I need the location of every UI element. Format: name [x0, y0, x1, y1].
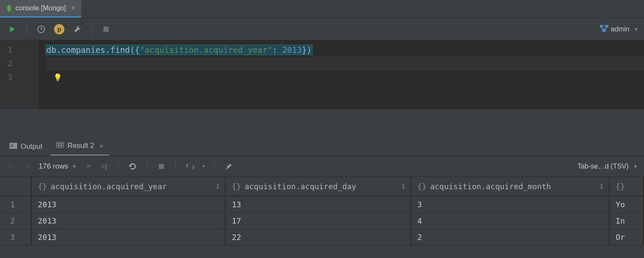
result-grid: {} acquisition.acquired_year ▲▼ {} acqui… [0, 177, 644, 246]
chevron-down-icon: ▼ [634, 26, 639, 32]
panel-gap [0, 109, 644, 137]
tab-result[interactable]: Result 2 × [50, 137, 109, 156]
result-toolbar: |< < 176 rows ▼ > >| ▼ Tab-se…d (TSV) ▼ [0, 156, 644, 177]
chevron-down-icon: ▼ [72, 163, 77, 169]
toolbar-separator [91, 23, 92, 35]
braces-icon: {} [616, 182, 625, 191]
tab-output[interactable]: Output [3, 137, 49, 156]
settings-button[interactable] [70, 22, 85, 37]
code-line-2[interactable]: 💡 [46, 57, 644, 71]
column-label: acquisition.acquired_year [51, 182, 167, 191]
table-row[interactable]: 1 2013 13 3 Yo [0, 197, 644, 213]
pin-button[interactable] [223, 160, 234, 173]
svg-rect-6 [56, 142, 64, 148]
column-label: acquisition.acquired_day [245, 182, 356, 191]
stop-button[interactable] [156, 160, 167, 173]
tab-result-label: Result 2 [67, 141, 94, 150]
row-number: 2 [0, 213, 32, 229]
cell[interactable]: 17 [226, 213, 411, 229]
first-page-button[interactable]: |< [6, 160, 17, 173]
tab-output-label: Output [21, 142, 43, 151]
toolbar-separator [147, 161, 147, 172]
file-tab-label: console [Mongo] [15, 4, 66, 12]
column-header[interactable]: {} [610, 177, 644, 196]
sort-icon[interactable]: ▲▼ [601, 183, 603, 190]
toolbar-separator [214, 161, 215, 172]
table-grid-icon [56, 141, 64, 150]
output-icon [9, 142, 17, 151]
toolbar-separator [27, 23, 27, 35]
editor-toolbar: p admin ▼ [0, 18, 644, 40]
toolbar-separator [176, 161, 176, 172]
column-header[interactable]: {} acquisition.acquired_year ▲▼ [32, 177, 226, 196]
cell[interactable]: 22 [226, 229, 411, 245]
svg-line-12 [226, 168, 228, 169]
compare-button[interactable] [185, 160, 196, 173]
grid-header-row: {} acquisition.acquired_year ▲▼ {} acqui… [0, 177, 644, 197]
row-count-label: 176 rows [39, 162, 68, 171]
row-count-selector[interactable]: 176 rows ▼ [39, 162, 77, 171]
cell[interactable]: In [610, 213, 644, 229]
cell[interactable]: 3 [411, 197, 610, 212]
row-number: 3 [0, 229, 32, 245]
column-header[interactable]: {} acquisition.acquired_day ▲▼ [226, 177, 411, 196]
cell[interactable]: 4 [411, 213, 610, 229]
column-header[interactable]: {} acquisition.acquired_month ▲▼ [411, 177, 610, 196]
svg-rect-11 [159, 164, 164, 169]
cell[interactable]: 2013 [32, 213, 226, 229]
svg-rect-2 [600, 25, 603, 28]
code-line-1[interactable]: db.companies.find({"acquisition.acquired… [46, 43, 644, 57]
toolbar-separator [118, 161, 118, 172]
code-line-3[interactable] [46, 71, 644, 84]
history-button[interactable] [34, 22, 49, 37]
export-format-selector[interactable]: Tab-se…d (TSV) ▼ [577, 163, 638, 170]
svg-rect-4 [602, 29, 606, 32]
chevron-down-icon[interactable]: ▼ [202, 164, 206, 169]
cell[interactable]: Yo [610, 197, 644, 212]
line-number-gutter: 1 2 3 [0, 40, 39, 109]
table-row[interactable]: 3 2013 22 2 Or [0, 229, 644, 246]
row-header-corner [0, 177, 32, 196]
chevron-down-icon: ▼ [633, 163, 638, 169]
cell[interactable]: Or [610, 229, 644, 245]
reload-button[interactable] [127, 160, 138, 173]
cell[interactable]: 2013 [32, 197, 226, 212]
cell[interactable]: 2013 [32, 229, 226, 245]
code-editor[interactable]: 1 2 3 db.companies.find({"acquisition.ac… [0, 40, 644, 109]
file-tab-console[interactable]: console [Mongo] × [0, 0, 81, 18]
export-format-label: Tab-se…d (TSV) [577, 163, 629, 170]
file-tab-bar: console [Mongo] × [0, 0, 644, 18]
braces-icon: {} [232, 182, 241, 191]
code-area[interactable]: db.companies.find({"acquisition.acquired… [39, 40, 644, 109]
sort-icon[interactable]: ▲▼ [217, 183, 219, 190]
next-page-button[interactable]: > [83, 160, 94, 173]
cell[interactable]: 2 [411, 229, 610, 245]
close-icon[interactable]: × [99, 142, 103, 150]
line-number: 2 [8, 57, 35, 71]
sort-icon[interactable]: ▲▼ [402, 183, 404, 190]
braces-icon: {} [38, 182, 47, 191]
datasource-icon [600, 25, 608, 33]
line-number: 3 [8, 71, 35, 84]
line-number: 1 [8, 43, 35, 57]
prev-page-button[interactable]: < [21, 160, 33, 173]
stop-button[interactable] [99, 22, 113, 37]
mongodb-leaf-icon [6, 4, 12, 12]
parameter-badge[interactable]: p [52, 22, 67, 37]
run-button[interactable] [5, 22, 20, 37]
close-icon[interactable]: × [71, 4, 75, 12]
braces-icon: {} [417, 182, 427, 191]
svg-rect-1 [103, 27, 109, 32]
row-number: 1 [0, 197, 32, 212]
output-tab-bar: Output Result 2 × [0, 137, 644, 156]
datasource-label: admin [611, 25, 630, 33]
datasource-selector[interactable]: admin ▼ [600, 25, 639, 33]
last-page-button[interactable]: >| [98, 160, 109, 173]
svg-rect-3 [605, 25, 608, 28]
column-label: acquisition.acquired_month [430, 182, 551, 191]
cell[interactable]: 13 [226, 197, 411, 212]
table-row[interactable]: 2 2013 17 4 In [0, 213, 644, 229]
